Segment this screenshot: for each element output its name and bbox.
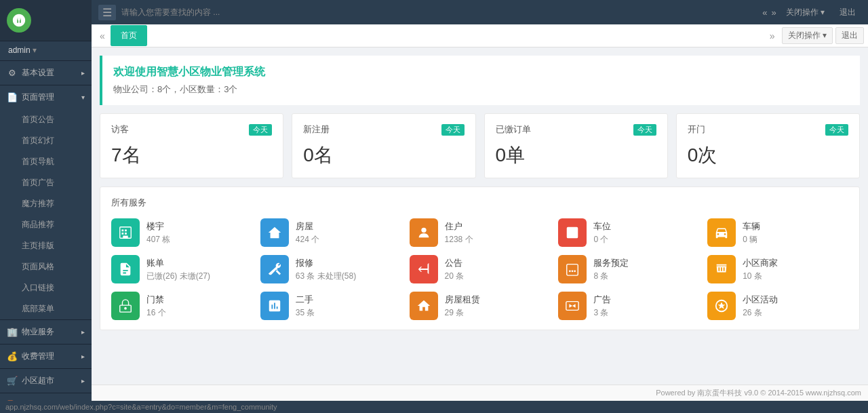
svg-point-7 — [421, 228, 426, 233]
search-input[interactable] — [121, 7, 257, 17]
welcome-info: 物业公司：8个，小区数量：3个 — [113, 83, 849, 96]
service-icon-notice — [410, 255, 438, 283]
sidebar-group-header-property-service[interactable]: 🏢物业服务▸ — [0, 320, 92, 344]
service-info-access: 门禁 16 个 — [146, 294, 166, 319]
tab-next-arrow[interactable]: » — [766, 31, 779, 41]
service-item-rental[interactable]: 房屋租赁 29 条 — [410, 292, 551, 320]
sidebar-group-page-management: 📄页面管理▾首页公告首页幻灯首页导航首页广告魔方推荐商品推荐主页排版页面风格入口… — [0, 85, 92, 320]
topbar: ☰ « » 关闭操作 ▾ 退出 — [92, 0, 868, 24]
service-item-vehicle[interactable]: 车辆 0 辆 — [707, 218, 848, 247]
service-name-building: 楼宇 — [146, 220, 170, 233]
sidebar-group-header-community-supermarket[interactable]: 🛒小区超市▸ — [0, 369, 92, 393]
svg-rect-4 — [122, 233, 124, 235]
service-info-bill: 账单 已缴(26) 未缴(27) — [146, 257, 210, 282]
sidebar-item-magic-recommend[interactable]: 魔方推荐 — [0, 193, 92, 214]
stat-card-orders: 已缴订单 今天 0单 — [484, 113, 668, 178]
sidebar-group-fee-management: 💰收费管理▸ — [0, 345, 92, 369]
sidebar-item-bottom-menu[interactable]: 底部菜单 — [0, 298, 92, 319]
statusbar: app.njzhsq.com/web/index.php?c=site&a=en… — [0, 401, 868, 413]
service-count-bill: 已缴(26) 未缴(27) — [146, 271, 210, 282]
service-item-booking[interactable]: 服务预定 8 条 — [558, 255, 699, 283]
service-count-vehicle: 0 辆 — [743, 234, 760, 245]
group-icon-community-supermarket: 🛒 — [7, 376, 18, 387]
service-icon-bill — [111, 255, 140, 283]
sidebar-item-page-style[interactable]: 页面风格 — [0, 256, 92, 277]
welcome-title: 欢迎使用智慧小区物业管理系统 — [113, 65, 849, 79]
service-item-ad[interactable]: 广告 3 条 — [558, 292, 699, 320]
stat-card-new-register: 新注册 今天 0名 — [292, 113, 475, 178]
group-icon-property-service: 🏢 — [7, 327, 18, 338]
svg-point-10 — [572, 270, 574, 272]
service-item-notice[interactable]: 公告 20 条 — [410, 255, 551, 283]
group-label-community-supermarket: 小区超市 — [22, 375, 54, 387]
footer: Powered by 南京蛋牛科技 v9.0 © 2014-2015 www.n… — [92, 385, 868, 401]
sidebar-group-community-merchant: 🏪小区商家▸ — [0, 393, 92, 401]
main-area: ☰ « » 关闭操作 ▾ 退出 « 首页 » 关闭操作 ▾ 退出 — [92, 0, 868, 401]
sidebar-group-header-community-merchant[interactable]: 🏪小区商家▸ — [0, 393, 92, 401]
sidebar-group-header-page-management[interactable]: 📄页面管理▾ — [0, 85, 92, 109]
statusbar-url: app.njzhsq.com/web/index.php?c=site&a=en… — [5, 403, 277, 411]
sidebar-item-entry-link[interactable]: 入口链接 — [0, 277, 92, 298]
service-info-repair: 报修 63 条 未处理(58) — [296, 257, 356, 282]
service-name-resident: 住户 — [445, 220, 473, 233]
tab-home[interactable]: 首页 — [111, 25, 147, 46]
service-icon-merchant — [707, 255, 736, 283]
service-item-access[interactable]: 门禁 16 个 — [111, 292, 252, 320]
service-icon-secondhand — [260, 292, 289, 320]
sidebar-item-homepage-nav[interactable]: 首页导航 — [0, 151, 92, 172]
svg-point-13 — [124, 307, 127, 310]
service-name-rental: 房屋租赁 — [445, 294, 480, 306]
stat-badge-new-register: 今天 — [441, 124, 465, 136]
close-action-button[interactable]: 关闭操作 ▾ — [781, 5, 830, 20]
service-info-parking: 车位 0 个 — [593, 220, 611, 245]
stat-value-visitor: 7名 — [111, 142, 272, 168]
service-item-building[interactable]: 楼宇 407 栋 — [111, 218, 252, 247]
tabbar: « 首页 » 关闭操作 ▾ 退出 — [92, 24, 868, 47]
sidebar-item-homepage-notice[interactable]: 首页公告 — [0, 109, 92, 130]
service-count-secondhand: 35 条 — [296, 307, 315, 319]
sidebar-item-homepage-banner[interactable]: 首页幻灯 — [0, 130, 92, 151]
admin-label: admin — [8, 45, 31, 55]
sidebar-item-goods-recommend[interactable]: 商品推荐 — [0, 214, 92, 235]
stat-value-orders: 0单 — [496, 142, 656, 168]
sidebar-item-homepage-ad[interactable]: 首页广告 — [0, 172, 92, 193]
svg-point-11 — [574, 270, 576, 272]
service-item-merchant[interactable]: 小区商家 10 条 — [707, 255, 848, 283]
service-item-resident[interactable]: 住户 1238 个 — [410, 218, 551, 247]
close-tab-button[interactable]: 关闭操作 ▾ — [782, 27, 833, 44]
logout-button[interactable]: 退出 — [834, 5, 861, 20]
service-name-secondhand: 二手 — [296, 294, 315, 306]
service-icon-house — [260, 218, 289, 247]
services-box: 所有服务 楼宇 407 栋 房屋 424 个 住户 1238 个 车位 0 个 … — [100, 186, 860, 330]
service-info-resident: 住户 1238 个 — [445, 220, 473, 245]
menu-button[interactable]: ☰ — [98, 5, 116, 20]
stat-header-new-register: 新注册 今天 — [303, 123, 464, 136]
service-item-bill[interactable]: 账单 已缴(26) 未缴(27) — [111, 255, 252, 283]
service-item-repair[interactable]: 报修 63 条 未处理(58) — [260, 255, 401, 283]
sidebar-groups: ⚙基本设置▸📄页面管理▾首页公告首页幻灯首页导航首页广告魔方推荐商品推荐主页排版… — [0, 61, 92, 401]
service-name-repair: 报修 — [296, 257, 356, 269]
service-info-notice: 公告 20 条 — [445, 257, 465, 282]
logout-tab-button[interactable]: 退出 — [835, 27, 864, 44]
sidebar-item-main-sort[interactable]: 主页排版 — [0, 235, 92, 256]
stat-value-new-register: 0名 — [303, 142, 464, 168]
service-count-house: 424 个 — [296, 234, 319, 245]
service-name-parking: 车位 — [593, 220, 611, 233]
sidebar-group-header-fee-management[interactable]: 💰收费管理▸ — [0, 345, 92, 368]
group-label-basic-settings: 基本设置 — [22, 67, 54, 79]
services-grid: 楼宇 407 栋 房屋 424 个 住户 1238 个 车位 0 个 车辆 0 … — [111, 218, 848, 320]
service-item-secondhand[interactable]: 二手 35 条 — [260, 292, 401, 320]
service-icon-booking — [558, 255, 587, 283]
svg-rect-2 — [122, 229, 124, 231]
service-item-parking[interactable]: 车位 0 个 — [558, 218, 699, 247]
service-icon-building — [111, 218, 140, 247]
service-item-house[interactable]: 房屋 424 个 — [260, 218, 401, 247]
service-icon-vehicle — [707, 218, 736, 247]
stats-row: 访客 今天 7名 新注册 今天 0名 已缴订单 今天 0单 开门 今天 0次 — [100, 113, 860, 178]
sidebar-group-header-basic-settings[interactable]: ⚙基本设置▸ — [0, 61, 92, 85]
tab-prev-arrow[interactable]: « — [96, 31, 109, 41]
service-item-activity[interactable]: 小区活动 26 条 — [707, 292, 848, 320]
topbar-right: « » 关闭操作 ▾ 退出 — [762, 5, 861, 20]
group-icon-basic-settings: ⚙ — [7, 68, 18, 79]
service-info-ad: 广告 3 条 — [593, 294, 611, 319]
